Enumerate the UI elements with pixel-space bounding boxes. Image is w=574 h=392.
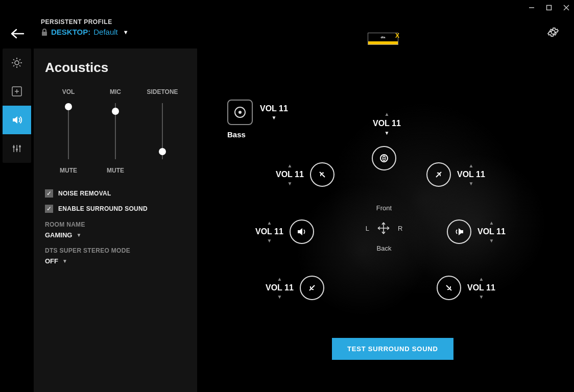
field-dropdown[interactable]: OFF▼	[45, 257, 186, 265]
profile-prefix: DESKTOP:	[51, 28, 90, 36]
front-label: Front	[364, 204, 404, 212]
slider-vol[interactable]: VOL MUTE	[48, 88, 89, 174]
maximize-button[interactable]	[545, 4, 553, 11]
slider-label: MIC	[110, 88, 121, 95]
sidebar-tab-equalizer[interactable]	[3, 134, 31, 163]
checkbox-label: NOISE REMOVAL	[58, 190, 111, 197]
profile-name: Default	[93, 28, 118, 36]
svg-point-20	[13, 146, 15, 148]
profile-section-label: PERSISTENT PROFILE	[41, 18, 129, 26]
slider-track[interactable]	[162, 103, 163, 159]
vol-up-icon[interactable]: ▲	[277, 276, 282, 282]
vol-label: VOL 11	[276, 170, 304, 179]
vol-label: VOL 11	[255, 227, 283, 236]
side-right-speaker[interactable]	[447, 219, 471, 244]
slider-bottom-label: MUTE	[107, 167, 124, 174]
vol-down-icon[interactable]: ▼	[287, 181, 292, 186]
vol-label: VOL 11	[266, 283, 294, 292]
profile-selector[interactable]: DESKTOP: Default ▼	[41, 28, 129, 36]
settings-button[interactable]	[547, 27, 559, 40]
dts-text: dts	[381, 36, 386, 39]
svg-line-11	[19, 65, 20, 66]
slider-label: VOL	[62, 88, 75, 95]
sidebar-tab-brightness[interactable]	[3, 48, 31, 77]
vol-up-icon[interactable]: ▲	[489, 220, 494, 226]
center-speaker-icon	[378, 152, 390, 164]
speaker-sr-icon	[453, 226, 465, 237]
slider-track[interactable]	[115, 103, 116, 159]
move-axis-icon[interactable]	[376, 221, 391, 235]
speaker-rl-icon	[306, 282, 318, 293]
lock-icon	[41, 28, 48, 36]
vol-down-icon[interactable]: ▼	[489, 238, 494, 243]
field-room-name: ROOM NAME GAMING▼	[45, 221, 186, 239]
speaker-fl-icon	[317, 169, 328, 180]
orientation-labels: Front L R Back	[364, 204, 404, 252]
vol-down-icon[interactable]: ▼	[479, 294, 484, 300]
vol-label: VOL 11	[477, 227, 506, 236]
vol-up-icon[interactable]: ▲	[479, 276, 484, 282]
surround-stage: VOL 11 ▼ Bass ▲ VOL 11 ▼ ▲ VOL 11 ▼ ▲ VO…	[204, 51, 574, 392]
chevron-down-icon: ▼	[76, 232, 81, 238]
center-speaker[interactable]	[372, 146, 396, 170]
slider-mic[interactable]: MIC MUTE	[95, 88, 136, 174]
vol-up-icon[interactable]: ▲	[287, 163, 292, 168]
brightness-icon	[11, 57, 23, 69]
vol-down-icon[interactable]: ▼	[468, 181, 473, 186]
svg-line-10	[13, 59, 14, 60]
front-left-speaker[interactable]	[310, 162, 334, 187]
front-right-speaker-group: ▲ VOL 11 ▼	[426, 162, 485, 187]
svg-rect-1	[547, 6, 552, 10]
bass-channel: VOL 11 ▼ Bass	[227, 100, 288, 139]
dts-badge: dtsX	[368, 33, 398, 45]
svg-point-22	[19, 145, 21, 148]
sidebar	[3, 48, 31, 163]
checkbox-noise-removal[interactable]: ✓ NOISE REMOVAL	[45, 189, 186, 198]
back-button[interactable]	[10, 29, 25, 41]
field-stereo-mode: DTS SUPER STEREO MODE OFF▼	[45, 247, 186, 265]
vol-down-icon[interactable]: ▼	[384, 130, 389, 136]
chevron-down-icon: ▼	[123, 29, 129, 35]
checkbox-surround-sound[interactable]: ✓ ENABLE SURROUND SOUND	[45, 205, 186, 213]
equalizer-icon	[12, 143, 22, 154]
svg-point-21	[16, 149, 18, 151]
slider-track[interactable]	[68, 103, 69, 159]
speaker-fr-icon	[433, 169, 444, 180]
sidebar-tab-add[interactable]	[3, 77, 31, 106]
svg-rect-4	[42, 32, 47, 36]
minimize-button[interactable]	[528, 4, 535, 11]
vol-up-icon[interactable]: ▲	[267, 220, 272, 226]
vol-up-icon[interactable]: ▲	[468, 163, 473, 168]
field-dropdown[interactable]: GAMING▼	[45, 231, 186, 239]
field-label: ROOM NAME	[45, 221, 186, 228]
field-value: OFF	[45, 257, 58, 265]
front-left-speaker-group: ▲ VOL 11 ▼	[276, 162, 334, 187]
vol-label: VOL 11	[457, 170, 485, 179]
sidebar-tab-audio[interactable]	[3, 106, 31, 134]
svg-line-12	[13, 65, 14, 66]
test-surround-button[interactable]: TEST SURROUND SOUND	[332, 338, 453, 360]
left-label: L	[366, 225, 369, 232]
speaker-rr-icon	[443, 282, 455, 293]
center-vol: ▲ VOL 11 ▼	[373, 111, 401, 136]
vol-down-icon[interactable]: ▼	[277, 294, 282, 300]
front-right-speaker[interactable]	[426, 162, 451, 187]
chevron-down-icon: ▼	[62, 258, 67, 264]
close-button[interactable]	[563, 4, 570, 11]
right-label: R	[398, 225, 402, 232]
bass-button[interactable]	[227, 100, 253, 125]
slider-sidetone[interactable]: SIDETONE	[142, 88, 183, 174]
checkbox-icon: ✓	[45, 189, 53, 198]
bass-vol-label: VOL 11	[260, 104, 288, 113]
acoustics-panel: Acoustics VOL MUTE MIC MUTE SIDETONE ✓ N…	[34, 48, 197, 392]
rear-right-speaker[interactable]	[437, 276, 461, 300]
side-left-speaker[interactable]	[290, 219, 314, 244]
vol-down-icon[interactable]: ▼	[267, 238, 272, 243]
svg-line-13	[19, 59, 20, 60]
vol-down-icon[interactable]: ▼	[271, 115, 276, 120]
rear-left-speaker[interactable]	[300, 276, 324, 300]
speaker-sl-icon	[296, 226, 307, 237]
vol-up-icon[interactable]: ▲	[384, 111, 389, 117]
field-label: DTS SUPER STEREO MODE	[45, 247, 186, 254]
checkbox-icon: ✓	[45, 205, 53, 213]
